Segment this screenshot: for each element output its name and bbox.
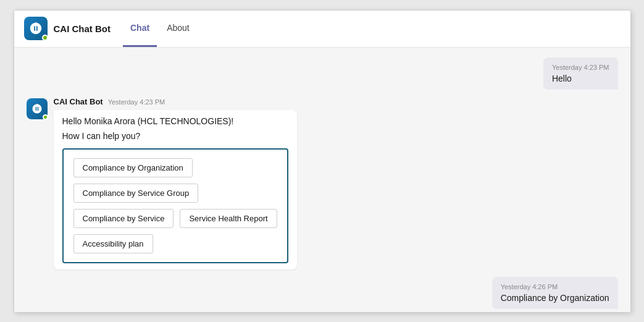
bot-avatar (27, 98, 48, 119)
options-row-4: Accessibility plan (73, 234, 277, 253)
bot-message-content: CAI Chat Bot Yesterday 4:23 PM Hello Mon… (54, 97, 297, 269)
user-message-hello: Yesterday 4:23 PM Hello (27, 57, 618, 90)
svg-rect-3 (36, 103, 38, 104)
online-indicator (42, 35, 48, 41)
user-hello-timestamp: Yesterday 4:23 PM (552, 64, 609, 71)
user-compliance-text: Compliance by Organization (501, 293, 609, 303)
app-window: CAI Chat Bot Chat About Yesterday 4:23 P… (14, 10, 631, 313)
bot-online-indicator (43, 114, 48, 120)
app-header: CAI Chat Bot Chat About (14, 11, 630, 48)
options-card: Compliance by Organization Compliance by… (62, 148, 288, 263)
bot-reply-timestamp: Yesterday 4:23 PM (108, 98, 165, 106)
bot-icon (29, 22, 43, 35)
user-message-compliance: Yesterday 4:26 PM Compliance by Organiza… (27, 277, 618, 309)
header-title: CAI Chat Bot (54, 23, 111, 34)
option-service-health[interactable]: Service Health Report (180, 209, 277, 228)
user-bubble-hello: Yesterday 4:23 PM Hello (543, 57, 618, 90)
option-compliance-org[interactable]: Compliance by Organization (73, 158, 193, 177)
bot-display-name: CAI Chat Bot (54, 97, 103, 106)
options-row-1: Compliance by Organization (73, 158, 277, 177)
bot-logo (24, 17, 48, 40)
user-bubble-compliance: Yesterday 4:26 PM Compliance by Organiza… (492, 277, 618, 309)
bot-message-greeting: CAI Chat Bot Yesterday 4:23 PM Hello Mon… (27, 97, 618, 269)
bot-help-prompt: How I can help you? (62, 131, 288, 141)
bot-avatar-icon (31, 103, 43, 114)
tab-chat[interactable]: Chat (123, 11, 157, 47)
chat-area: Yesterday 4:23 PM Hello CAI Chat Bot Yes… (14, 48, 630, 312)
option-accessibility-plan[interactable]: Accessibility plan (73, 234, 153, 253)
tab-about[interactable]: About (159, 11, 197, 47)
nav-tabs: Chat About (123, 11, 197, 47)
user-compliance-timestamp: Yesterday 4:26 PM (501, 283, 609, 290)
bot-greeting-text: Hello Monika Arora (HCL TECHNOLOGIES)! (62, 116, 288, 126)
options-row-3: Compliance by Service Service Health Rep… (73, 209, 277, 228)
svg-rect-1 (35, 22, 36, 24)
option-compliance-service[interactable]: Compliance by Service (73, 209, 174, 228)
options-row-2: Compliance by Service Group (73, 184, 277, 203)
user-hello-text: Hello (552, 74, 609, 83)
bot-message-header: CAI Chat Bot Yesterday 4:23 PM (54, 97, 297, 106)
option-compliance-service-group[interactable]: Compliance by Service Group (73, 184, 199, 203)
bot-reply-bubble: Hello Monika Arora (HCL TECHNOLOGIES)! H… (54, 110, 297, 269)
